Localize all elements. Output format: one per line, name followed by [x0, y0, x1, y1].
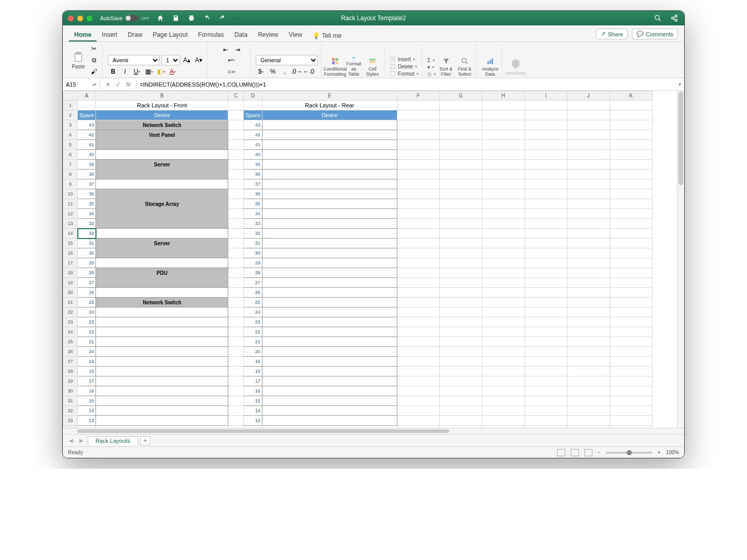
cell-H2[interactable] — [482, 110, 524, 120]
cell-J19[interactable] — [567, 278, 610, 288]
cell-D8[interactable]: 38 — [244, 170, 262, 179]
cell-F10[interactable] — [397, 189, 439, 199]
cell-J4[interactable] — [567, 130, 610, 140]
cell-D29[interactable]: 17 — [244, 376, 262, 386]
cell-D5[interactable]: 41 — [244, 140, 262, 150]
cell-A9[interactable]: 37 — [78, 179, 96, 189]
cell-G16[interactable] — [439, 248, 482, 258]
cell-K19[interactable] — [610, 278, 652, 288]
cell-H8[interactable] — [482, 170, 524, 179]
cell-K22[interactable] — [610, 307, 652, 317]
cell-I22[interactable] — [524, 307, 567, 317]
cell-C3[interactable] — [228, 120, 244, 130]
cell-A7[interactable]: 39 — [78, 160, 96, 170]
cell-B33[interactable] — [96, 416, 228, 426]
cell-J27[interactable] — [567, 357, 610, 367]
cell-E19[interactable] — [262, 278, 397, 288]
cell-D15[interactable]: 31 — [244, 239, 262, 248]
cell-F2[interactable] — [397, 110, 439, 120]
row-header-5[interactable]: 5 — [63, 140, 78, 150]
cell-D30[interactable]: 16 — [244, 386, 262, 396]
cell-I3[interactable] — [524, 120, 567, 130]
cell-B13[interactable] — [96, 219, 228, 229]
row-header-7[interactable]: 7 — [63, 160, 78, 170]
cell-C14[interactable] — [228, 229, 244, 239]
increase-font-icon[interactable]: A▴ — [182, 55, 192, 65]
cell-B10[interactable] — [96, 189, 228, 199]
cell-J32[interactable] — [567, 406, 610, 416]
fill-icon[interactable]: ▾ — [427, 64, 436, 70]
row-header-17[interactable]: 17 — [63, 258, 78, 268]
cell-E21[interactable] — [262, 298, 397, 307]
cell-G10[interactable] — [439, 189, 482, 199]
cell-E29[interactable] — [262, 376, 397, 386]
cell-C19[interactable] — [228, 278, 244, 288]
cell-J34[interactable] — [567, 426, 610, 428]
cell-H5[interactable] — [482, 140, 524, 150]
sensitivity-button[interactable]: Sensitivity — [507, 57, 524, 77]
share-button[interactable]: ↗ Share — [596, 29, 627, 39]
col-header-D[interactable]: D — [244, 91, 262, 101]
row-header-18[interactable]: 18 — [63, 268, 78, 278]
cell-K4[interactable] — [610, 130, 652, 140]
cell-A18[interactable]: 28 — [78, 268, 96, 278]
cell-A6[interactable]: 40 — [78, 150, 96, 160]
cell-E32[interactable] — [262, 406, 397, 416]
cell-E8[interactable] — [262, 170, 397, 179]
cell-K27[interactable] — [610, 357, 652, 367]
cell-J1[interactable] — [567, 101, 610, 110]
cell-A17[interactable]: 29 — [78, 258, 96, 268]
share-header-icon[interactable] — [670, 13, 679, 23]
cell-B24[interactable] — [96, 327, 228, 337]
row-header-8[interactable]: 8 — [63, 170, 78, 179]
row-header-12[interactable]: 12 — [63, 209, 78, 219]
cell-F20[interactable] — [397, 288, 439, 298]
cell-H4[interactable] — [482, 130, 524, 140]
cell-E22[interactable] — [262, 307, 397, 317]
row-header-21[interactable]: 21 — [63, 298, 78, 307]
percent-icon[interactable]: % — [268, 66, 278, 77]
cell-H33[interactable] — [482, 416, 524, 426]
expand-formula-bar-icon[interactable]: ▾ — [675, 81, 684, 87]
zoom-slider[interactable] — [606, 452, 653, 454]
cell-F12[interactable] — [397, 209, 439, 219]
cell-E20[interactable] — [262, 288, 397, 298]
cell-E2[interactable]: Device — [262, 110, 397, 120]
cell-J25[interactable] — [567, 337, 610, 347]
cell-F16[interactable] — [397, 248, 439, 258]
cell-G34[interactable] — [439, 426, 482, 428]
col-header-A[interactable]: A — [78, 91, 96, 101]
cell-H27[interactable] — [482, 357, 524, 367]
cell-J2[interactable] — [567, 110, 610, 120]
cell-D32[interactable]: 14 — [244, 406, 262, 416]
cell-I1[interactable] — [524, 101, 567, 110]
cell-H22[interactable] — [482, 307, 524, 317]
cell-D22[interactable]: 24 — [244, 307, 262, 317]
name-box[interactable]: A15▴▾ — [63, 80, 100, 89]
cell-K25[interactable] — [610, 337, 652, 347]
sheet-tab-active[interactable]: Rack Layouts — [88, 436, 138, 445]
cell-G31[interactable] — [439, 396, 482, 406]
tab-data[interactable]: Data — [229, 28, 253, 41]
cell-D34[interactable] — [244, 426, 262, 428]
cell-G4[interactable] — [439, 130, 482, 140]
cell-G25[interactable] — [439, 337, 482, 347]
cell-D13[interactable]: 33 — [244, 219, 262, 229]
zoom-out-button[interactable]: − — [598, 450, 601, 455]
cell-H25[interactable] — [482, 337, 524, 347]
cell-I33[interactable] — [524, 416, 567, 426]
cell-E7[interactable] — [262, 160, 397, 170]
cell-D6[interactable]: 40 — [244, 150, 262, 160]
cell-B2[interactable]: Device — [96, 110, 228, 120]
cell-F14[interactable] — [397, 229, 439, 239]
cell-A27[interactable]: 19 — [78, 357, 96, 367]
cell-B11[interactable]: Storage Array — [96, 199, 228, 209]
cell-F28[interactable] — [397, 367, 439, 376]
cell-C24[interactable] — [228, 327, 244, 337]
cell-K24[interactable] — [610, 327, 652, 337]
cell-E10[interactable] — [262, 189, 397, 199]
zoom-level[interactable]: 100% — [666, 450, 679, 455]
cell-D12[interactable]: 34 — [244, 209, 262, 219]
search-icon[interactable] — [653, 13, 662, 23]
cell-F15[interactable] — [397, 239, 439, 248]
